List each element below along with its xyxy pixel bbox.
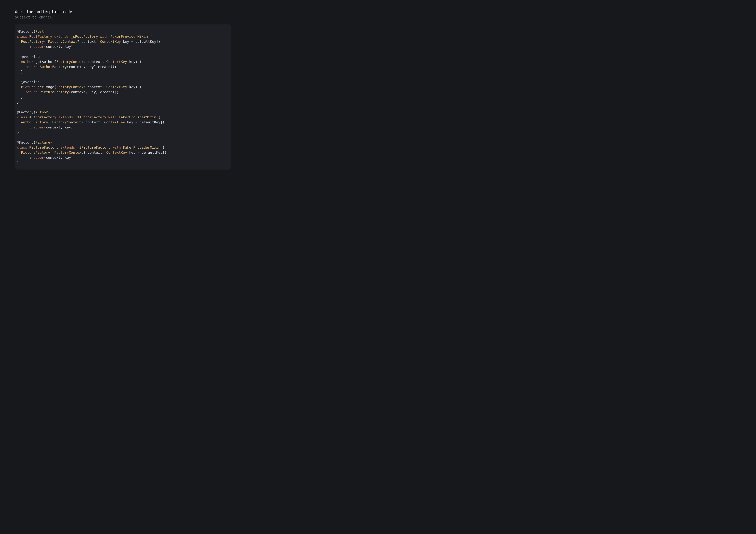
code-line xyxy=(17,135,229,140)
code-token: FakerProviderMixin xyxy=(123,146,160,149)
code-token: FactoryContext xyxy=(54,150,84,154)
code-token: } xyxy=(17,161,19,165)
code-token: { xyxy=(156,115,160,119)
code-token: key) { xyxy=(127,85,142,89)
code-token: FactoryContext xyxy=(56,60,86,64)
code-line: : super(context, key); xyxy=(17,125,229,130)
code-token: PostFactory xyxy=(29,35,52,39)
code-line: } xyxy=(17,130,229,135)
code-line xyxy=(17,49,229,54)
code-token xyxy=(17,120,21,124)
code-token: Post xyxy=(36,30,44,34)
code-token: ( xyxy=(34,30,36,34)
code-token: AuthorFactory xyxy=(40,65,67,69)
code-line: @override xyxy=(17,79,229,84)
code-token xyxy=(98,35,100,39)
code-token xyxy=(17,40,21,43)
code-line: } xyxy=(17,69,229,74)
code-line: Author getAuthor(FactoryContext context,… xyxy=(17,59,229,64)
code-token: getAuthor( xyxy=(34,60,56,64)
code-line: } xyxy=(17,94,229,99)
code-token xyxy=(56,115,59,119)
code-line: AuthorFactory([FactoryContext? context, … xyxy=(17,120,229,125)
code-token xyxy=(17,90,25,94)
code-token: FakerProviderMixin xyxy=(119,115,156,119)
code-token: class xyxy=(17,35,27,39)
code-token: Picture xyxy=(21,85,36,89)
code-line: } xyxy=(17,160,229,165)
code-line xyxy=(17,74,229,79)
code-token: ([ xyxy=(48,120,52,124)
code-token: super xyxy=(34,125,44,129)
code-token: ContextKey xyxy=(106,60,127,64)
code-token xyxy=(17,85,21,89)
code-token: class xyxy=(17,146,27,149)
code-token: ? context, xyxy=(81,120,104,124)
code-token xyxy=(17,65,25,69)
code-block: @Factory(Post)class PostFactory extends … xyxy=(15,24,231,170)
code-line: class AuthorFactory extends _$AuthorFact… xyxy=(17,115,229,120)
code-token: super xyxy=(34,155,44,159)
code-token: extends xyxy=(61,146,75,149)
code-line: : super(context, key); xyxy=(17,155,229,160)
code-token: : xyxy=(17,125,34,129)
code-token: key) { xyxy=(127,60,142,64)
code-token: extends xyxy=(59,115,73,119)
code-token: ContextKey xyxy=(106,85,127,89)
code-token: } xyxy=(17,95,23,99)
code-line: } xyxy=(17,99,229,105)
code-token xyxy=(59,146,61,149)
code-token xyxy=(110,146,112,149)
code-token xyxy=(121,146,123,149)
code-token: AuthorFactory xyxy=(29,115,56,119)
code-token: @Factory xyxy=(17,30,34,34)
code-token xyxy=(38,65,40,69)
code-token: key = defaultKey]) xyxy=(127,150,167,154)
code-token: Author xyxy=(21,60,34,64)
code-token xyxy=(52,35,54,39)
code-token: @override xyxy=(21,55,40,59)
code-token: class xyxy=(17,115,27,119)
code-line: class PictureFactory extends _$PictureFa… xyxy=(17,145,229,150)
code-token: ContextKey xyxy=(100,40,121,43)
code-token xyxy=(27,146,29,149)
slide: One-time boilerplate code Subject to cha… xyxy=(0,0,246,174)
code-line: : super(context, key); xyxy=(17,44,229,49)
code-token: Picture xyxy=(36,140,50,144)
code-line: PostFactory([FactoryContext? context, Co… xyxy=(17,39,229,44)
code-token: } xyxy=(17,130,19,134)
code-token: context, xyxy=(86,60,106,64)
code-line: @Factory(Picture) xyxy=(17,140,229,145)
code-token: @override xyxy=(21,80,40,84)
code-token: with xyxy=(108,115,117,119)
code-token: ([ xyxy=(50,150,54,154)
code-token: FakerProviderMixin xyxy=(110,35,148,39)
code-line: @override xyxy=(17,54,229,59)
code-token: ( xyxy=(34,140,36,144)
code-token: _$AuthorFactory xyxy=(75,115,106,119)
code-token xyxy=(27,115,29,119)
subtitle-text: Subject to change xyxy=(15,14,231,20)
code-token: { xyxy=(148,35,152,39)
code-token: } xyxy=(17,70,23,74)
code-token: PictureFactory xyxy=(40,90,69,94)
code-token: ( xyxy=(34,110,36,114)
code-token xyxy=(108,35,110,39)
code-token: : xyxy=(17,155,34,159)
code-token xyxy=(17,60,21,64)
code-token: key = defaultKey]) xyxy=(125,120,165,124)
title-text: One-time boilerplate code xyxy=(15,9,231,14)
code-token: FactoryContext xyxy=(48,40,77,43)
code-token: FactoryContext xyxy=(52,120,81,124)
code-token: (context, key).create(); xyxy=(67,65,117,69)
code-token: context, xyxy=(86,85,106,89)
code-token: @Factory xyxy=(17,110,34,114)
code-token: @Factory xyxy=(17,140,34,144)
code-token xyxy=(17,80,21,84)
code-token xyxy=(17,55,21,59)
code-token: key = defaultKey]) xyxy=(121,40,160,43)
code-token: ) xyxy=(44,30,46,34)
code-line xyxy=(17,105,229,110)
code-token: Author xyxy=(36,110,48,114)
code-token xyxy=(27,35,29,39)
